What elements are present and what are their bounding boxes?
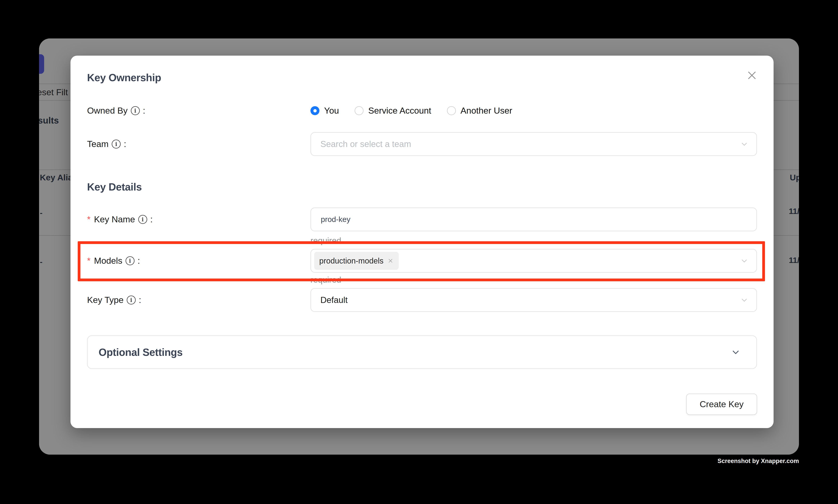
close-icon[interactable] bbox=[745, 69, 759, 82]
radio-label: Another User bbox=[461, 106, 512, 116]
radio-option-you[interactable]: You bbox=[310, 106, 339, 116]
models-label-text: Models bbox=[94, 256, 122, 266]
label-colon: : bbox=[139, 295, 141, 305]
chevron-down-icon bbox=[740, 296, 749, 304]
chevron-down-icon[interactable] bbox=[731, 347, 741, 357]
key-name-input[interactable] bbox=[311, 215, 722, 224]
create-key-button[interactable]: Create Key bbox=[686, 394, 757, 415]
required-asterisk: * bbox=[87, 256, 91, 266]
radio-label: Service Account bbox=[368, 106, 431, 116]
team-label: Team i : bbox=[87, 132, 126, 156]
key-type-label: Key Type i : bbox=[87, 288, 141, 312]
info-icon[interactable]: i bbox=[112, 140, 121, 148]
info-icon[interactable]: i bbox=[138, 215, 147, 224]
info-icon-glyph: i bbox=[129, 258, 131, 264]
key-name-validation-message: required bbox=[310, 234, 341, 247]
required-asterisk: * bbox=[87, 214, 91, 224]
selected-model-tag: production-models bbox=[314, 252, 399, 270]
info-icon-glyph: i bbox=[142, 217, 143, 222]
modal-title: Key Ownership bbox=[87, 72, 161, 84]
label-colon: : bbox=[143, 106, 145, 116]
label-colon: : bbox=[138, 256, 140, 266]
create-key-modal: Key Ownership Owned By i : You Service A… bbox=[70, 56, 773, 428]
radio-selected-icon[interactable] bbox=[310, 106, 319, 115]
radio-unselected-icon[interactable] bbox=[355, 106, 363, 115]
screenshot-canvas: eset Filt sults Key Alia Up - 11/ - 11/ bbox=[0, 0, 838, 504]
info-icon[interactable]: i bbox=[127, 295, 136, 305]
radio-option-service-account[interactable]: Service Account bbox=[355, 106, 431, 116]
owned-by-label-text: Owned By bbox=[87, 106, 128, 116]
optional-settings-panel[interactable]: Optional Settings bbox=[87, 335, 757, 369]
models-validation-message: required bbox=[310, 273, 341, 287]
info-icon-glyph: i bbox=[130, 298, 132, 303]
radio-option-another-user[interactable]: Another User bbox=[447, 106, 512, 116]
key-type-label-text: Key Type bbox=[87, 295, 124, 305]
label-colon: : bbox=[124, 139, 126, 149]
team-select-placeholder: Search or select a team bbox=[311, 139, 411, 149]
models-select[interactable]: production-models bbox=[310, 249, 757, 273]
remove-tag-icon[interactable] bbox=[387, 258, 394, 264]
label-colon: : bbox=[150, 214, 153, 224]
key-name-label-text: Key Name bbox=[94, 214, 135, 224]
info-icon[interactable]: i bbox=[126, 256, 135, 265]
key-name-label: * Key Name i : bbox=[87, 208, 153, 231]
owned-by-label: Owned By i : bbox=[87, 100, 145, 121]
radio-label: You bbox=[324, 106, 339, 116]
radio-unselected-icon[interactable] bbox=[447, 106, 456, 115]
key-type-selected-value: Default bbox=[311, 295, 347, 305]
selected-model-tag-label: production-models bbox=[319, 256, 384, 265]
team-label-text: Team bbox=[87, 139, 109, 149]
optional-settings-title: Optional Settings bbox=[99, 346, 182, 358]
info-icon-glyph: i bbox=[115, 142, 117, 147]
chevron-down-icon bbox=[740, 140, 749, 148]
team-select[interactable]: Search or select a team bbox=[310, 132, 757, 156]
key-name-field bbox=[310, 208, 757, 231]
owned-by-radio-group: You Service Account Another User bbox=[310, 100, 512, 121]
key-details-heading: Key Details bbox=[87, 181, 142, 193]
chevron-down-icon bbox=[740, 256, 749, 265]
info-icon[interactable]: i bbox=[131, 106, 140, 115]
models-label: * Models i : bbox=[87, 249, 140, 273]
app-window: eset Filt sults Key Alia Up - 11/ - 11/ bbox=[39, 38, 799, 455]
key-type-select[interactable]: Default bbox=[310, 288, 757, 312]
info-icon-glyph: i bbox=[134, 108, 136, 113]
watermark-text: Screenshot by Xnapper.com bbox=[717, 457, 799, 465]
